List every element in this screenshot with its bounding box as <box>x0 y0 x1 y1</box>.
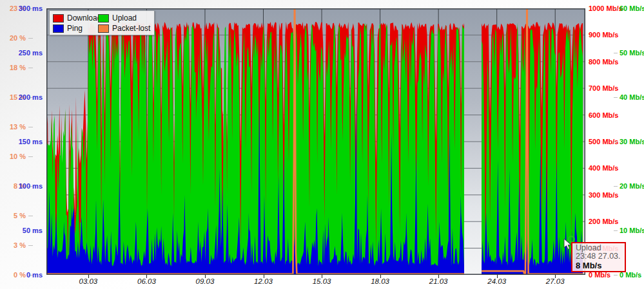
date-tick-label: 03.03 <box>72 277 105 285</box>
axis-tick-dash <box>28 127 33 127</box>
ping-swatch-icon <box>53 24 64 33</box>
axis-tick-dash <box>28 216 33 216</box>
date-tick-mark <box>264 275 264 278</box>
download-tick-label: 600 Mb/s <box>589 111 643 120</box>
ms-tick-label: 250 ms <box>17 48 43 57</box>
date-tick-label: 27.03 <box>538 277 572 285</box>
mouse-cursor <box>563 239 572 250</box>
date-tick-label: 15.03 <box>305 277 338 285</box>
legend-label-upload: Upload <box>112 14 137 23</box>
axis-tick-dash <box>28 38 33 39</box>
legend-label-download: Download <box>67 14 101 23</box>
axis-tick-dash <box>614 275 618 275</box>
chart-legend: Download Upload Ping Packet-lost <box>49 10 155 35</box>
ms-tick-label: 100 ms <box>17 182 43 191</box>
download-tick-label: 900 Mb/s <box>589 30 643 39</box>
legend-item-upload: Upload <box>98 14 150 23</box>
axis-tick-dash <box>28 245 33 246</box>
tooltip-time: 23:48 27.03. <box>576 252 622 261</box>
legend-label-ping: Ping <box>67 24 83 33</box>
axis-tick-dash <box>614 142 618 142</box>
ms-tick-label: 150 ms <box>17 137 43 146</box>
date-tick-mark <box>438 275 439 278</box>
ms-tick-label: 50 ms <box>17 226 43 235</box>
axis-tick-dash <box>614 186 618 187</box>
pct-tick-label: 18 % <box>1 63 26 72</box>
axis-tick-dash <box>614 8 618 9</box>
bandwidth-monitor-chart: 23 %20 %18 %15 %13 %10 %8 %5 %3 %0 % 300… <box>0 0 644 289</box>
date-tick-mark <box>322 275 322 278</box>
upload-tick-label: 20 Mb/s <box>620 182 643 191</box>
plot-area[interactable] <box>46 8 585 275</box>
download-tick-label: 300 Mb/s <box>589 191 643 200</box>
pct-tick-label: 3 % <box>1 241 26 250</box>
date-tick-label: 12.03 <box>247 277 280 285</box>
legend-item-download: Download <box>53 14 95 23</box>
download-tick-label: 200 Mb/s <box>589 217 643 226</box>
upload-tick-label: 40 Mb/s <box>620 93 643 102</box>
download-swatch-icon <box>53 14 64 23</box>
ms-tick-label: 300 ms <box>17 4 43 13</box>
date-tick-label: 09.03 <box>188 277 222 285</box>
upload-tick-label: 10 Mb/s <box>620 226 643 235</box>
axis-tick-dash <box>28 156 33 157</box>
pct-tick-label: 5 % <box>1 211 26 220</box>
chart-tooltip: Upload 23:48 27.03. 8 Mb/s <box>571 242 626 272</box>
date-tick-label: 24.03 <box>480 277 514 285</box>
date-tick-label: 18.03 <box>364 277 397 285</box>
pct-tick-label: 13 % <box>1 122 26 131</box>
legend-item-ping: Ping <box>53 24 95 33</box>
date-tick-mark <box>380 275 381 278</box>
download-tick-label: 800 Mb/s <box>589 57 643 66</box>
upload-tick-label: 50 Mb/s <box>620 48 643 57</box>
date-tick-label: 21.03 <box>422 277 455 285</box>
upload-tick-label: 60 Mb/s <box>620 4 643 13</box>
ms-tick-label: 0 ms <box>17 270 43 279</box>
packet-lost-swatch-icon <box>98 24 109 33</box>
plot-svg <box>46 8 585 275</box>
axis-tick-dash <box>28 68 33 68</box>
ms-tick-label: 200 ms <box>17 93 43 102</box>
date-tick-label: 06.03 <box>130 277 163 285</box>
date-tick-mark <box>205 275 206 278</box>
date-tick-mark <box>88 275 89 278</box>
upload-swatch-icon <box>98 14 109 23</box>
download-tick-label: 700 Mb/s <box>589 84 643 93</box>
axis-tick-dash <box>614 53 618 53</box>
legend-label-packet-lost: Packet-lost <box>112 24 150 33</box>
tooltip-value: 8 Mb/s <box>576 261 622 270</box>
legend-item-packet-lost: Packet-lost <box>98 24 150 33</box>
pct-tick-label: 20 % <box>1 33 26 42</box>
date-tick-mark <box>555 275 556 278</box>
axis-tick-dash <box>614 230 618 231</box>
download-tick-label: 400 Mb/s <box>589 163 643 172</box>
axis-tick-dash <box>614 97 618 98</box>
upload-tick-label: 30 Mb/s <box>620 137 643 146</box>
date-tick-mark <box>146 275 147 278</box>
pct-tick-label: 10 % <box>1 152 26 161</box>
date-tick-mark <box>497 275 498 278</box>
